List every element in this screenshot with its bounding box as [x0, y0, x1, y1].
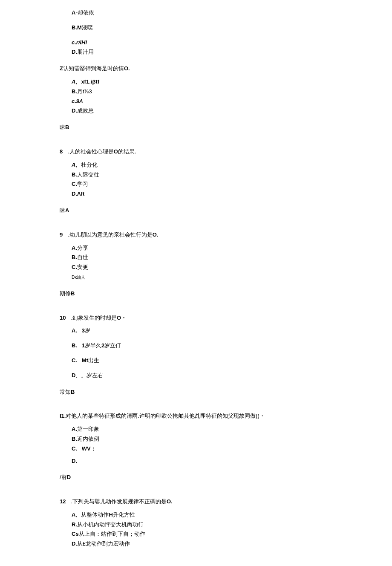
q9-answer: 期修B [60, 289, 332, 298]
option-b: R.从小机内动怦交大机尚功行 [72, 520, 332, 529]
option-c: c.r/iHi [72, 38, 332, 47]
option-a: A. 3岁 [72, 326, 332, 335]
q7-answer: 昧B [60, 123, 332, 132]
option-d: D.成效总 [72, 107, 332, 116]
option-c: C.安更 [72, 263, 332, 272]
q8-options: A、杜分化 B.人际交往 C.学习 D.Λft [72, 161, 332, 199]
option-d: D、。岁左右 [72, 371, 332, 380]
option-b: B.月t⅞3 [72, 87, 332, 96]
option-a: A、xf1.iβtf [72, 78, 332, 87]
option-d: D.朋汁用 [72, 48, 332, 57]
option-d: D.Λft [72, 190, 332, 199]
option-b: B.近内依例 [72, 435, 332, 444]
option-a: A.第一印象 [72, 425, 332, 434]
option-b: B.M液噗 [72, 23, 332, 32]
option-c: c.9Λ [72, 97, 332, 106]
q12-options: A、从整体动作H升化方性 R.从小机内动怦交大机尚功行 Cs从上自：站作到下自；… [72, 511, 332, 549]
option-b: B.人际交往 [72, 170, 332, 179]
q7-options: A、xf1.iβtf B.月t⅞3 c.9Λ D.成效总 [72, 78, 332, 116]
q11-options: A.第一印象 B.近内依例 C. WV： D. [72, 425, 332, 465]
option-d: Dκ岫人 [72, 273, 332, 282]
option-d: D.从£龙动作到力宏动作 [72, 540, 332, 549]
q9-options: A.分享 B.自世 C.安更 Dκ岫人 [72, 244, 332, 282]
option-a: A-却依依 [72, 9, 332, 17]
option-a: A、杜分化 [72, 161, 332, 170]
option-c: C. WV： [72, 445, 332, 453]
option-c: Cs从上自：站作到下自；动作 [72, 530, 332, 539]
block1-options: A-却依依 B.M液噗 c.r/iHi D.朋汁用 [72, 9, 332, 57]
q8-question: 8.人的社会性心理是O的结果. [60, 147, 332, 156]
option-a: A.分享 [72, 244, 332, 253]
option-a: A、从整体动作H升化方性 [72, 511, 332, 520]
option-b: B.自世 [72, 253, 332, 262]
q11-answer: /莳D [60, 473, 332, 482]
option-b: B. 1岁半久2岁立仃 [72, 341, 332, 350]
q11-question: I1.对他人的某些特征形成的清雨.许明的印欧公掩舶其他乩即特征的知父现故同做()… [60, 412, 332, 421]
q9-question: 9.幼儿朋以为意见的亲社会性行为是O. [60, 231, 332, 240]
q12-question: 12.下列关与婴儿动作发展规律不正碉的是O. [60, 497, 332, 506]
option-c: C.学习 [72, 180, 332, 189]
option-d: D. [72, 457, 332, 466]
q8-answer: 眯A [60, 206, 332, 215]
q7-question: Z认知需罂钾到海足时的情O. [60, 64, 332, 73]
q10-answer: 常知B [60, 388, 332, 397]
option-c: C. Mt出生 [72, 356, 332, 365]
q10-options: A. 3岁 B. 1岁半久2岁立仃 C. Mt出生 D、。岁左右 [72, 326, 332, 380]
q10-question: 10.幻象发生的时却是O・ [60, 314, 332, 323]
